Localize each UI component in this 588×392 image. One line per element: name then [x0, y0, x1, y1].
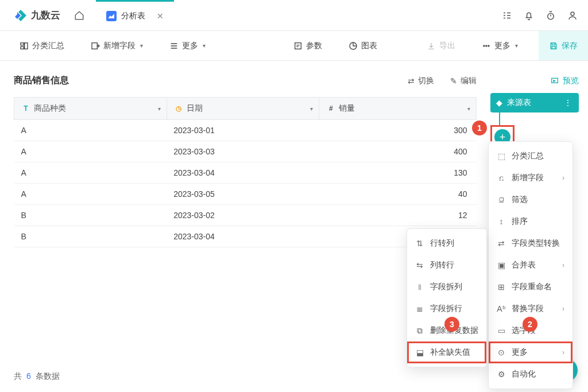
preview-label: 预览: [563, 76, 579, 86]
column-header[interactable]: ◷日期 ▾: [167, 98, 319, 120]
chevron-right-icon: ›: [562, 261, 564, 269]
menu-item[interactable]: ⊙更多›: [489, 341, 572, 363]
toolbar: 分类汇总 新增字段 ▾ 更多 ▾ 参数 图表 导出 更多 ▾ 保存: [0, 31, 588, 61]
data-table: T商品种类 ▾ ◷日期 ▾ #销量 ▾ A2023-03-01300A2023-…: [14, 97, 477, 247]
submenu-item[interactable]: ⬓补全缺失值: [407, 341, 486, 363]
chevron-down-icon: ▾: [203, 42, 206, 49]
cell: B: [14, 205, 167, 226]
column-header[interactable]: #销量 ▾: [319, 98, 477, 120]
cell: 2023-03-03: [167, 141, 319, 162]
more-dots-icon[interactable]: ⋮: [564, 98, 573, 107]
menu-item[interactable]: ⎌新增字段›: [489, 167, 572, 189]
step-badge-3: 3: [444, 317, 459, 332]
menu-item-label: 新增字段: [512, 173, 544, 183]
edit-button[interactable]: ✎ 编辑: [450, 76, 477, 86]
menu-item[interactable]: ⊞字段重命名: [489, 276, 572, 298]
edit-icon: ✎: [450, 76, 457, 86]
chart-button[interactable]: 图表: [343, 37, 383, 55]
tab-strip: 分析表 ✕: [96, 0, 174, 30]
source-tag[interactable]: ◆ 来源表 ⋮: [490, 93, 579, 112]
menu-item-icon: ↕: [497, 217, 506, 226]
cell: 2023-03-05: [167, 184, 319, 205]
more2-label: 更多: [494, 41, 510, 51]
menu-item-label: 分类汇总: [512, 151, 544, 161]
menu-item[interactable]: ↕排序: [489, 211, 572, 232]
switch-label: 切换: [418, 76, 434, 86]
menu-item[interactable]: ⫑筛选: [489, 189, 572, 211]
svg-rect-3: [21, 46, 24, 49]
export-label: 导出: [439, 41, 455, 51]
more2-button[interactable]: 更多 ▾: [476, 37, 524, 55]
menu-item-icon: ⇄: [497, 239, 506, 248]
chevron-right-icon: ›: [562, 305, 564, 313]
submenu-item[interactable]: ⦀字段拆列: [407, 276, 486, 298]
more-button[interactable]: 更多 ▾: [164, 37, 211, 55]
menu-item[interactable]: ⬚分类汇总: [489, 145, 572, 167]
submenu-item[interactable]: ⇆列转行: [407, 254, 486, 276]
home-icon[interactable]: [74, 10, 84, 21]
menu-item-icon: ⬓: [415, 348, 424, 357]
chevron-down-icon: ▾: [515, 42, 518, 49]
bell-icon[interactable]: [524, 10, 534, 21]
menu-item[interactable]: ⚙自动化: [489, 363, 572, 385]
page-title: 商品销售信息: [14, 75, 69, 87]
stopwatch-icon[interactable]: [546, 10, 556, 21]
step-badge-2: 2: [523, 317, 537, 332]
params-button[interactable]: 参数: [288, 37, 328, 55]
save-button[interactable]: 保存: [539, 31, 588, 60]
group-summary-button[interactable]: 分类汇总: [14, 37, 70, 55]
more-icon: [169, 41, 179, 51]
switch-button[interactable]: ⇄ 切换: [408, 76, 434, 86]
step-badge-1: 1: [472, 121, 487, 135]
cell: 2023-03-04: [167, 226, 319, 247]
save-icon: [549, 41, 558, 51]
user-icon[interactable]: [567, 10, 578, 21]
menu-item-label: 补全缺失值: [430, 347, 470, 358]
preview-button[interactable]: 预览: [490, 76, 579, 86]
number-type-icon: #: [326, 104, 335, 112]
chevron-down-icon: ▾: [140, 42, 143, 49]
analysis-icon: [106, 11, 117, 21]
cell: 2023-03-02: [167, 205, 319, 226]
menu-item-icon: ⬚: [497, 152, 506, 161]
column-label: 日期: [187, 103, 203, 114]
cell: A: [14, 141, 167, 162]
list-icon[interactable]: [502, 10, 512, 21]
chevron-down-icon[interactable]: ▾: [467, 106, 470, 112]
cell: A: [14, 162, 167, 184]
menu-item-label: 列转行: [430, 260, 454, 270]
menu-item-label: 筛选: [512, 195, 528, 205]
svg-rect-11: [552, 42, 555, 44]
group-icon: [20, 41, 29, 51]
connector-line: [499, 112, 500, 125]
menu-item[interactable]: ⇄字段类型转换: [489, 232, 572, 254]
close-icon[interactable]: ✕: [157, 11, 164, 21]
svg-rect-12: [552, 46, 555, 49]
add-field-button[interactable]: 新增字段 ▾: [85, 37, 149, 55]
column-header[interactable]: T商品种类 ▾: [14, 98, 167, 120]
text-type-icon: T: [21, 104, 30, 112]
operations-menu: ⬚分类汇总⎌新增字段›⫑筛选↕排序⇄字段类型转换▣合并表›⊞字段重命名Aᵇ替换字…: [488, 141, 573, 389]
table-row: A2023-03-04130: [14, 162, 477, 184]
menu-item-icon: ⎌: [497, 173, 506, 183]
cell: 2023-03-01: [167, 120, 319, 141]
menu-item-icon: ⫑: [497, 195, 506, 204]
submenu-item[interactable]: ≣字段拆行: [407, 298, 486, 320]
column-label: 商品种类: [34, 103, 66, 114]
chevron-down-icon[interactable]: ▾: [310, 106, 313, 112]
submenu-item[interactable]: ⇅行转列: [407, 232, 486, 254]
more-label: 更多: [182, 41, 198, 51]
logo: 九数云: [14, 9, 60, 22]
chart-icon: [349, 41, 358, 51]
chevron-down-icon[interactable]: ▾: [158, 106, 161, 112]
topbar: 九数云 分析表 ✕: [0, 0, 588, 31]
menu-item-label: 合并表: [512, 260, 536, 270]
edit-label: 编辑: [461, 76, 477, 86]
tab-analysis[interactable]: 分析表 ✕: [96, 0, 174, 30]
save-label: 保存: [562, 41, 578, 51]
menu-item[interactable]: ▣合并表›: [489, 254, 572, 276]
brand-text: 九数云: [31, 9, 60, 22]
export-button[interactable]: 导出: [421, 37, 461, 55]
row-count-footer: 共 6 条数据: [14, 371, 60, 382]
table-row: A2023-03-03400: [14, 141, 477, 162]
